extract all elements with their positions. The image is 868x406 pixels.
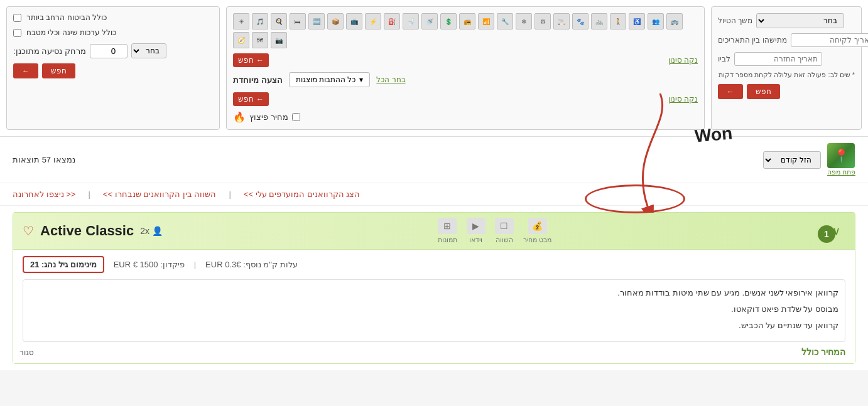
amenity-settings-icon[interactable]: 🔧: [497, 13, 513, 29]
amenity-pot-icon[interactable]: 🍳: [271, 13, 287, 29]
top-panels: בחר משך הטיול מתישהו בין התאריכים לביו *…: [0, 0, 868, 137]
left-btn-row: חפש ←: [718, 84, 855, 99]
card-actions: 💰 מבט מחיר ☐ השווה ▶ וידאו: [438, 218, 551, 244]
card-description: קרוואן אירופאי לשני אנשים. מגיע עם שתי מ…: [23, 279, 845, 342]
amenity-animal-icon[interactable]: 🐾: [572, 13, 589, 29]
right-search-button[interactable]: חפש: [42, 63, 75, 78]
left-search-button[interactable]: חפש: [747, 84, 780, 99]
compare-action[interactable]: ☐ השווה: [495, 218, 514, 244]
video-icon-box: ▶: [467, 218, 486, 234]
amenity-new-icon[interactable]: 🆕: [308, 13, 325, 29]
clear-filter-link-2[interactable]: נקה סינון: [668, 95, 698, 104]
distance-unit-select[interactable]: בחר: [131, 43, 166, 58]
categories-dropdown[interactable]: ▾ כל ההתבות מוצגות: [289, 72, 371, 87]
amenity-bike-icon[interactable]: 🚲: [591, 13, 607, 29]
total-price-label: המחיר כולל: [23, 347, 845, 357]
amenity-bus-icon[interactable]: 🚌: [666, 13, 683, 29]
left-back-icon: ←: [727, 87, 734, 96]
amenity-radio-icon[interactable]: 📻: [459, 13, 475, 29]
person-icon: 👤: [152, 226, 163, 236]
amenity-sun-icon[interactable]: ☀: [233, 13, 249, 29]
price-checkbox-row: מחיר פיצוץ 🔥: [233, 111, 698, 123]
compare-icon-box: ☐: [495, 218, 514, 234]
distance-row: בחר מרחק נסיעה מתוכנן:: [13, 43, 213, 58]
amenity-handicap-icon[interactable]: ♿: [629, 13, 645, 29]
video-action[interactable]: ▶ וידאו: [467, 218, 486, 244]
amenity-shower-icon[interactable]: 🚿: [421, 13, 438, 29]
all-specials-row: בחר הכל ▾ כל ההתבות מוצגות הצעה מיוחדת: [233, 72, 698, 87]
clear-filter-link-1[interactable]: נקה סינון: [668, 56, 698, 65]
middle-search-btn-1[interactable]: ← חפש: [233, 53, 269, 67]
price-checkbox[interactable]: [292, 113, 300, 121]
panel-middle: 🚌 👥 ♿ 🚶 🚲 🐾 🚬 ⚙ ❄ 🔧 📶 📻 💲 🚿 🚽 ⛽ ⚡ 📺: [226, 6, 705, 130]
video-label: וידאו: [469, 236, 482, 244]
amenity-people-icon[interactable]: 👥: [648, 13, 664, 29]
card-title: Active Classic: [40, 223, 134, 239]
unique-offer-label: הצעה מיוחדת: [233, 75, 283, 85]
bed-kitchen-label: כולל ערכות שינה וכלי מטבח: [26, 28, 116, 37]
price-label: מחיר פיצוץ: [249, 112, 288, 122]
insurance-label: כולל הביטוח הרחב ביותר: [26, 13, 107, 22]
from-date-input[interactable]: [791, 33, 868, 47]
amenity-map-icon[interactable]: 🗺: [252, 32, 268, 48]
amenity-gear-icon[interactable]: ⚙: [534, 13, 551, 29]
amenity-signal-icon[interactable]: 📶: [478, 13, 494, 29]
amenity-bed-icon[interactable]: 🛏: [290, 13, 306, 29]
last-viewed-link[interactable]: << ניצפו לאחרונה: [13, 190, 75, 199]
left-search-label: חפש: [756, 87, 771, 96]
panel-left: בחר משך הטיול מתישהו בין התאריכים לביו *…: [711, 6, 862, 130]
route-label: משך הטיול: [718, 16, 752, 25]
map-image: [827, 143, 855, 168]
distance-input[interactable]: [90, 44, 127, 58]
amenity-tv-icon[interactable]: 📺: [346, 13, 362, 29]
map-label[interactable]: פתח מפה: [827, 168, 855, 176]
desc-line-1: קרוואן אירופאי לשני אנשים. מגיע עם שתי מ…: [30, 286, 838, 300]
map-area[interactable]: פתח מפה: [827, 143, 855, 176]
amenity-gas-icon[interactable]: ⛽: [384, 13, 400, 29]
desc-line-3: קרוואן עד שנתיים על הכביש.: [30, 319, 838, 333]
fire-icon: 🔥: [233, 111, 246, 123]
deposit-info: פיקדון: 1500 € EUR: [114, 260, 185, 269]
between-dates-label: מתישהו בין התאריכים: [718, 36, 787, 45]
results-count: נמצאו 57 תוצאות: [13, 155, 75, 164]
favorites-link[interactable]: הצג הקרוואנים המועדפים עלי >>: [244, 190, 361, 199]
route-select[interactable]: בחר: [756, 13, 844, 28]
photos-action[interactable]: ⊞ תמונות: [438, 218, 457, 244]
price-view-label: מבט מחיר: [523, 236, 551, 244]
middle-search-btn-2[interactable]: ← חפש: [233, 92, 269, 106]
insurance-checkbox[interactable]: [13, 14, 21, 22]
sort-select[interactable]: הזל קודם: [763, 151, 821, 169]
to-date-input[interactable]: [734, 52, 822, 66]
favorite-heart-icon[interactable]: ♡: [23, 223, 34, 238]
to-label: לביו: [718, 55, 730, 63]
results-header: פתח מפה הזל קודם נמצאו 57 תוצאות: [0, 137, 868, 183]
insurance-row: כולל הביטוח הרחב ביותר: [13, 13, 213, 22]
price-view-action[interactable]: 💰 מבט מחיר: [523, 218, 551, 244]
compare-link[interactable]: השווה בין הקרוואנים שנבחרו >>: [103, 190, 217, 199]
page-wrapper: בחר משך הטיול מתישהו בין התאריכים לביו *…: [0, 0, 868, 370]
amenity-camera-icon[interactable]: 📷: [271, 32, 287, 48]
amenities-icons: 🚌 👥 ♿ 🚶 🚲 🐾 🚬 ⚙ ❄ 🔧 📶 📻 💲 🚿 🚽 ⛽ ⚡ 📺: [233, 13, 698, 48]
amenity-lightning-icon[interactable]: ⚡: [365, 13, 381, 29]
left-back-button[interactable]: ←: [718, 84, 743, 99]
amenity-smoke-icon[interactable]: 🚬: [553, 13, 570, 29]
bed-kitchen-checkbox[interactable]: [13, 29, 21, 37]
amenity-gps-icon[interactable]: 🧭: [233, 32, 249, 48]
persons-badge: 👤 2x: [140, 226, 163, 236]
amenity-walk-icon[interactable]: 🚶: [610, 13, 626, 29]
amenity-wc-icon[interactable]: 🚽: [403, 13, 419, 29]
card-info-row: עלות ק"מ נוסף: EUR 0.3€ | פיקדון: 1500 €…: [23, 256, 845, 273]
card-header-left: ∨ 1: [827, 222, 845, 240]
photos-icon-box: ⊞: [438, 218, 457, 234]
middle-search-section-2: נקה סינון ← חפש: [233, 92, 698, 106]
amenity-box-icon[interactable]: 📦: [327, 13, 344, 29]
amenity-dollar-icon[interactable]: 💲: [440, 13, 457, 29]
bed-kitchen-row: כולל ערכות שינה וכלי מטבח: [13, 28, 213, 37]
amenity-music-icon[interactable]: 🎵: [252, 13, 268, 29]
age-badge: מינימום גיל נהג: 21: [23, 256, 104, 273]
closed-label[interactable]: סגור: [19, 348, 34, 357]
nav-links: הצג הקרוואנים המועדפים עלי >> | השווה בי…: [0, 183, 868, 206]
select-all-link[interactable]: בחר הכל: [376, 75, 405, 84]
right-back-button[interactable]: ←: [13, 63, 38, 78]
amenity-ac-icon[interactable]: ❄: [516, 13, 532, 29]
